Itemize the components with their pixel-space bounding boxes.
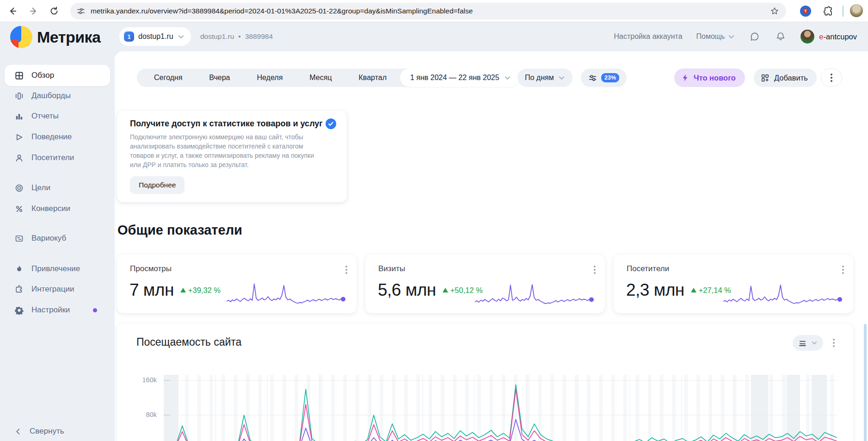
visitors-sparkline-chart (723, 281, 843, 309)
promo-title: Получите доступ к статистике товаров и у… (130, 119, 324, 129)
chart-menu-button[interactable] (833, 339, 835, 347)
settings-gear-icon (14, 305, 24, 315)
ecommerce-promo-card: Получите доступ к статистике товаров и у… (117, 111, 347, 202)
sidebar-item-label: Дашборды (31, 91, 71, 100)
sidebar-item-label: Привлечение (31, 264, 80, 273)
acquisition-flame-icon (14, 264, 24, 273)
section-title-general-metrics: Общие показатели (117, 223, 242, 238)
traffic-plot-area[interactable] (164, 375, 837, 441)
metric-label: Посетители (627, 264, 669, 273)
browser-back-button[interactable] (6, 5, 18, 17)
add-widget-button[interactable]: Добавить (754, 68, 817, 87)
sidebar-item-label: Поведение (31, 132, 72, 142)
y-axis-tick-160k: 160k (129, 376, 157, 384)
counter-badge: 1 (124, 31, 134, 42)
toolbar-more-button[interactable] (821, 68, 842, 87)
counter-switcher[interactable]: 1 dostup1.ru (119, 27, 191, 46)
address-bar[interactable]: metrika.yandex.ru/overview?id=3889984&pe… (70, 3, 786, 19)
metrika-logo-icon (10, 26, 32, 48)
bookmark-star-icon[interactable] (770, 6, 780, 16)
conversions-percent-icon (14, 204, 24, 213)
account-settings-link[interactable]: Настройка аккаунта (614, 32, 682, 41)
counter-dot-separator: • (238, 32, 240, 41)
settings-notification-dot (93, 308, 97, 312)
visits-sparkline-chart (475, 281, 595, 309)
grouping-select[interactable]: По дням (517, 68, 573, 87)
integrations-puzzle-icon (14, 285, 24, 294)
site-info-icon[interactable] (76, 6, 86, 16)
metric-label: Визиты (378, 264, 405, 273)
sidebar: Обзор Дашборды Отчеты Поведение Посетите… (0, 54, 115, 441)
metric-delta: +39,32 % (180, 286, 221, 295)
preset-month[interactable]: Месяц (296, 74, 345, 82)
translator-extension-icon[interactable]: T (800, 6, 811, 17)
sampling-settings-button[interactable]: 23% (581, 68, 627, 87)
metric-card-views[interactable]: Просмотры 7 млн +39,32 % (117, 255, 357, 313)
browser-toolbar: metrika.yandex.ru/overview?id=3889984&pe… (0, 0, 868, 22)
card-menu-button[interactable] (345, 266, 347, 274)
browser-profile-avatar[interactable] (850, 4, 863, 17)
metric-card-visits[interactable]: Визиты 5,6 млн +50,12 % (365, 255, 605, 313)
preset-quarter[interactable]: Квартал (345, 74, 400, 82)
metric-card-visitors[interactable]: Посетители 2,3 млн +27,14 % (614, 255, 853, 313)
sidebar-item-reports[interactable]: Отчеты (5, 106, 110, 127)
sidebar-item-label: Интеграции (31, 285, 74, 294)
preset-week[interactable]: Неделя (244, 74, 296, 82)
metrika-logo[interactable]: Метрика (10, 26, 101, 48)
extensions-puzzle-icon[interactable] (823, 6, 834, 17)
metric-value: 5,6 млн (378, 280, 436, 300)
metric-label: Просмотры (130, 264, 172, 273)
sidebar-item-settings[interactable]: Настройки (5, 299, 110, 321)
notifications-bell-button[interactable] (775, 31, 787, 43)
feedback-chat-button[interactable] (749, 31, 761, 43)
sidebar-item-goals[interactable]: Цели (5, 177, 110, 199)
main-content: Сегодня Вчера Неделя Месяц Квартал 1 янв… (115, 51, 868, 441)
card-menu-button[interactable] (842, 266, 844, 274)
browser-reload-button[interactable] (48, 5, 60, 17)
sidebar-item-dashboards[interactable]: Дашборды (5, 85, 110, 106)
toolbar-divider (843, 6, 843, 17)
delta-up-icon (180, 288, 186, 292)
browser-forward-button[interactable] (28, 5, 40, 17)
grid-plus-icon (761, 74, 770, 82)
page-scrollbar-thumb[interactable] (864, 324, 867, 441)
sidebar-item-label: Цели (31, 183, 50, 193)
date-range-picker[interactable]: 1 янв 2024 — 22 янв 2025 (400, 68, 519, 87)
user-menu[interactable]: e-antcupov (800, 30, 857, 43)
counter-meta: dostup1.ru • 3889984 (200, 32, 273, 41)
sidebar-item-visitors[interactable]: Посетители (5, 147, 110, 168)
y-axis-tick-80k: 80k (129, 411, 157, 418)
chevron-down-icon (728, 33, 735, 40)
views-sparkline-chart (227, 281, 347, 309)
card-menu-button[interactable] (594, 266, 596, 274)
promo-details-button[interactable]: Подробнее (130, 176, 185, 194)
sidebar-collapse-button[interactable]: Свернуть (14, 427, 64, 436)
user-avatar (800, 30, 814, 43)
chart-type-selector[interactable] (793, 335, 823, 351)
sidebar-item-conversions[interactable]: Конверсии (5, 198, 110, 219)
date-range-value: 1 янв 2024 — 22 янв 2025 (410, 74, 499, 82)
delta-up-icon (691, 288, 696, 292)
site-traffic-card: Посещаемость сайта 160k 80k (117, 324, 853, 441)
kebab-menu-icon (831, 74, 832, 82)
sidebar-item-label: Настройки (31, 305, 70, 315)
user-name: e-antcupov (819, 32, 857, 41)
sidebar-item-overview[interactable]: Обзор (5, 65, 110, 86)
metric-value: 7 млн (129, 280, 174, 300)
grouping-value: По дням (525, 74, 554, 82)
preset-today[interactable]: Сегодня (141, 74, 196, 82)
help-menu[interactable]: Помощь (696, 32, 735, 41)
visitors-user-icon (14, 153, 24, 162)
whats-new-button[interactable]: Что нового (674, 68, 745, 87)
logo-text: Метрика (37, 28, 101, 46)
sidebar-item-acquisition[interactable]: Привлечение (5, 258, 110, 280)
check-circle-icon (325, 118, 337, 130)
sidebar-item-behavior[interactable]: Поведение (5, 126, 110, 148)
sidebar-item-variocube[interactable]: Вариокуб (5, 228, 110, 249)
counter-domain[interactable]: dostup1.ru (200, 32, 234, 41)
preset-yesterday[interactable]: Вчера (196, 74, 243, 82)
url-text[interactable]: metrika.yandex.ru/overview?id=3889984&pe… (91, 7, 473, 15)
sidebar-item-integrations[interactable]: Интеграции (5, 279, 110, 300)
date-preset-group: Сегодня Вчера Неделя Месяц Квартал 1 янв… (137, 68, 519, 87)
chevron-down-icon (178, 33, 185, 40)
